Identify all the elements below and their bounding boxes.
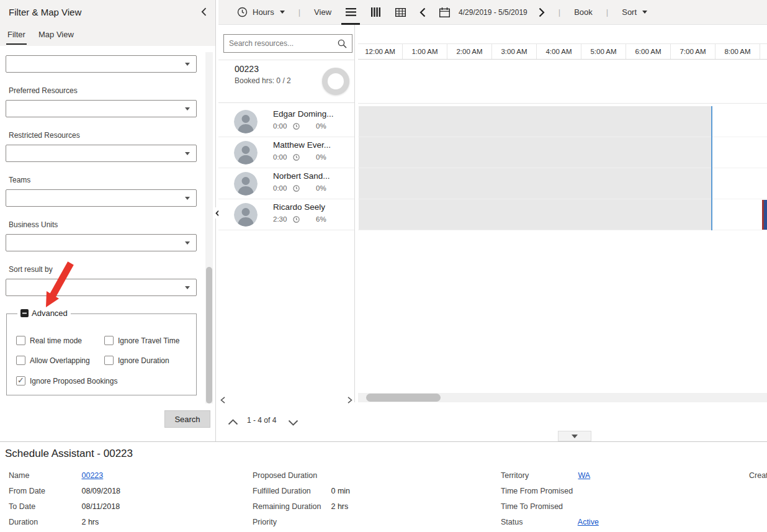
collapse-advanced-icon[interactable] [20,309,29,317]
search-icon[interactable] [338,39,347,51]
booking-block[interactable] [762,200,767,230]
toolbar-separator: | [606,7,608,17]
hours-scale-dropdown[interactable]: Hours [237,7,285,17]
detail-row: From Date 08/09/2018 [9,487,120,495]
detail-row: To Date 08/11/2018 [9,502,120,511]
resource-row[interactable]: Edgar Doming... 0:00 0% [218,106,355,137]
detail-label: To Date [9,502,79,511]
search-resources-input[interactable] [229,37,333,50]
detail-label: Time From Promised [501,487,576,495]
chevron-right-icon [539,7,545,17]
sort-dropdown[interactable]: Sort [622,7,647,17]
resource-meta: 0:00 0% [273,184,326,192]
grid-view-icon [395,8,406,17]
teams-dropdown[interactable] [6,189,197,207]
allow-overlapping-checkbox[interactable] [16,356,25,365]
name-link[interactable]: 00223 [81,471,103,480]
business-units-dropdown[interactable] [6,234,197,251]
scrollbar-thumb[interactable] [366,394,441,402]
resource-meta: 0:00 0% [273,122,326,130]
bottom-panel-divider [0,441,767,442]
checkbox-row-ignore-proposed-bookings: Ignore Proposed Bookings [16,376,117,385]
filter-panel-scrollbar[interactable] [205,52,213,404]
timeline-view-icon [371,7,380,17]
calendar-icon [439,7,450,17]
ignore-duration-checkbox[interactable] [104,356,114,365]
schedule-toolbar: Hours | View 4/29/2019 - 5/5/2019 [218,0,767,25]
book-button[interactable]: Book [574,7,593,17]
detail-row: Remaining Duration 2 hrs [253,502,348,511]
detail-label: From Date [9,487,79,495]
clock-icon [293,216,300,223]
detail-label: Duration [9,518,79,526]
ignore-proposed-bookings-label: Ignore Proposed Bookings [30,377,117,385]
chevron-down-icon [572,435,578,438]
panel-title: Filter & Map View [9,7,81,17]
list-view-button[interactable] [341,0,360,25]
preferred-resources-dropdown[interactable] [6,100,197,117]
tab-map-view[interactable]: Map View [37,30,75,43]
detail-row: Fulfilled Duration 0 min [253,487,350,495]
resource-row[interactable]: Matthew Ever... 0:00 0% [218,137,355,168]
filter-dropdown-top[interactable] [6,55,197,73]
list-view-icon [346,8,356,16]
avatar [234,203,258,227]
scrollbar-thumb[interactable] [206,267,212,404]
toolbar-separator: | [298,7,300,17]
territory-link[interactable]: WA [578,471,590,480]
demand-row[interactable]: 00223 Booked hrs: 0 / 2 [218,60,355,103]
scroll-left-icon[interactable] [220,395,225,406]
time-header-cell: 7:00 AM [671,44,715,59]
next-period-button[interactable] [539,7,545,17]
detail-row: Name 00223 [9,471,103,480]
ignore-travel-time-checkbox[interactable] [104,336,114,345]
scroll-right-icon[interactable] [348,395,352,406]
non-working-hours-block [359,137,711,168]
resource-row[interactable]: Ricardo Seely 2:30 6% [218,199,355,230]
detail-row: Time To Promised [501,502,576,511]
checkbox-row-real-time-mode: Real time mode [16,336,82,345]
bottom-panel-expander[interactable] [558,431,591,441]
resource-meta: 2:30 6% [273,215,326,223]
non-working-hours-block [359,168,711,199]
tab-filter[interactable]: Filter [6,30,27,45]
chevron-down-icon [185,241,190,245]
detail-row: Create [749,471,767,480]
hours-label: Hours [253,7,274,17]
clock-icon [293,123,300,130]
restricted-resources-dropdown[interactable] [6,145,197,162]
checkbox-row-allow-overlapping: Allow Overlapping [16,356,90,365]
booked-time: 0:00 [273,153,293,161]
status-link[interactable]: Active [578,518,599,526]
chevron-down-icon [185,107,190,110]
booked-time: 0:00 [273,184,293,192]
grid-horizontal-scrollbar[interactable] [358,393,767,402]
grid-view-button[interactable] [391,0,410,25]
detail-row: Priority [253,518,329,526]
timeline-view-button[interactable] [366,0,385,25]
chevron-down-icon [280,11,285,14]
preferred-resources-label: Preferred Resources [9,86,78,95]
search-button[interactable]: Search [164,410,210,428]
real-time-mode-label: Real time mode [30,336,82,345]
detail-label: Status [501,518,576,526]
grid-row-divider [358,103,767,104]
real-time-mode-checkbox[interactable] [16,336,25,345]
booked-hours-gauge [322,68,349,95]
time-header-cell: 6:00 AM [626,44,671,59]
pager-next-icon[interactable] [288,417,298,428]
detail-row: Status Active [501,518,599,526]
chevron-down-icon [185,286,190,289]
collapse-panel-icon[interactable] [201,7,211,17]
sort-result-by-dropdown[interactable] [6,279,197,296]
schedule-board-app: Filter & Map View Filter Map View Prefer… [0,0,767,532]
pager-previous-icon[interactable] [228,417,238,428]
booked-percent: 0% [316,153,326,161]
previous-period-button[interactable] [419,7,426,17]
calendar-picker-button[interactable] [439,7,450,17]
resource-row[interactable]: Norbert Sand... 0:00 0% [218,168,355,199]
ignore-proposed-bookings-checkbox[interactable] [16,376,25,385]
detail-value: 08/11/2018 [81,502,120,511]
resource-name: Edgar Doming... [273,109,334,119]
time-header-cell: 5:00 AM [581,44,626,59]
